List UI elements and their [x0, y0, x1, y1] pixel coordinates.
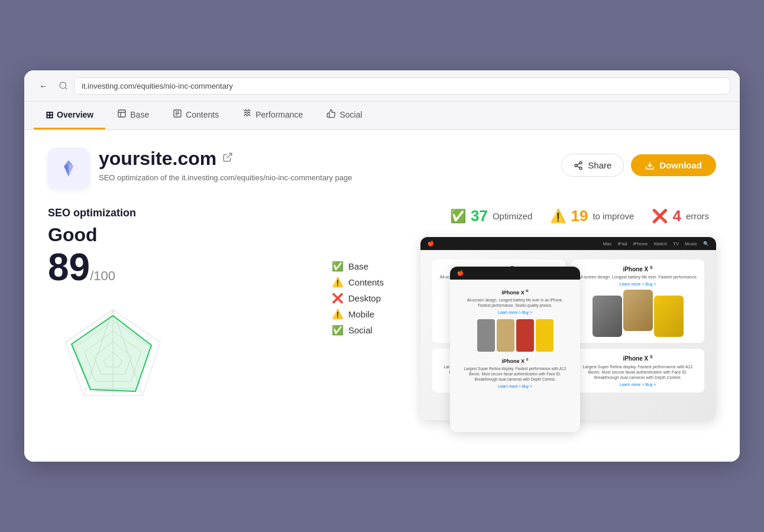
seo-status: Good	[48, 224, 426, 246]
mobile-phones-top	[462, 319, 568, 352]
legend-item-base: ✅ Base	[332, 261, 426, 272]
browser-frame: ← it.investing.com/equities/nio-inc-comm…	[24, 70, 740, 462]
tab-overview-label: Overview	[57, 110, 93, 119]
mobile-product2-title: iPhone X S	[462, 358, 568, 364]
seo-score-value: 89	[48, 246, 90, 288]
svg-line-13	[577, 166, 580, 168]
product4-title: iPhone X S	[577, 355, 698, 362]
improve-label: to improve	[593, 211, 634, 221]
errors-label: errors	[686, 211, 709, 221]
mobile-topbar-icon: 🍎	[457, 270, 464, 276]
svg-rect-2	[118, 110, 125, 117]
legend-item-desktop: ❌ Desktop	[332, 293, 426, 304]
share-button[interactable]: Share	[561, 154, 624, 177]
legend-label-social: Social	[348, 325, 373, 335]
site-logo-icon	[58, 158, 79, 179]
topbar-menu5: TV	[673, 241, 679, 246]
product-card-2: iPhone X S All-screen design. Longest ba…	[571, 259, 704, 343]
legend-icon-mobile: ⚠️	[332, 309, 344, 320]
product4-desc: Largest Super Retina display. Fastest pe…	[577, 364, 698, 380]
legend-label-mobile: Mobile	[348, 309, 374, 319]
stat-improve: ⚠️ 19 to improve	[550, 207, 634, 225]
base-icon	[117, 109, 127, 121]
seo-left: SEO optimization Good 89/100	[48, 207, 426, 438]
svg-point-12	[580, 167, 582, 169]
site-header: yoursite.com SEO optimization of the it.…	[48, 148, 716, 189]
topbar-menu6: Music	[685, 241, 697, 246]
svg-point-11	[575, 164, 577, 167]
browser-chrome: ← it.investing.com/equities/nio-inc-comm…	[24, 70, 740, 130]
radar-chart	[48, 298, 178, 416]
tab-performance-label: Performance	[255, 110, 303, 119]
optimized-count: 37	[471, 207, 488, 225]
preview-images: 🍎 Mac iPad iPhone Watch TV Music 🔍	[450, 237, 716, 438]
back-button[interactable]: ←	[34, 76, 53, 95]
svg-point-0	[60, 82, 66, 89]
seo-out-of: /100	[90, 268, 115, 283]
optimized-icon: ✅	[450, 209, 466, 224]
address-text: it.investing.com/equities/nio-inc-commen…	[82, 82, 233, 90]
tab-overview[interactable]: ⊞ Overview	[34, 102, 105, 129]
errors-icon: ❌	[652, 209, 668, 224]
legend-label-base: Base	[348, 261, 368, 271]
mobile-product-section: iPhone X R All-screen design. Longest ba…	[457, 284, 573, 393]
share-icon	[574, 161, 583, 170]
svg-line-9	[227, 153, 232, 158]
legend-icon-contents: ⚠️	[332, 277, 344, 288]
tab-social[interactable]: Social	[315, 102, 374, 129]
product-card-4: iPhone X S Largest Super Retina display.…	[571, 349, 704, 392]
tab-base[interactable]: Base	[105, 102, 161, 129]
svg-marker-26	[72, 316, 151, 391]
browser-toolbar: ← it.investing.com/equities/nio-inc-comm…	[24, 70, 740, 101]
tab-contents[interactable]: Contents	[161, 102, 231, 129]
mobile-product-desc: All-screen design. Longest battery life …	[462, 297, 568, 308]
svg-point-10	[580, 161, 582, 164]
product2-title: iPhone X S	[577, 265, 698, 273]
tab-contents-label: Contents	[186, 110, 219, 119]
topbar-menu3: iPhone	[633, 241, 648, 246]
external-link-icon[interactable]	[222, 152, 233, 166]
tab-performance[interactable]: Performance	[231, 102, 315, 129]
site-description: SEO optimization of the it.investing.com…	[99, 173, 352, 182]
performance-icon	[242, 109, 252, 121]
topbar-menu2: iPad	[618, 241, 627, 246]
contents-icon	[173, 109, 182, 121]
main-content: yoursite.com SEO optimization of the it.…	[24, 130, 740, 462]
topbar-apple: 🍎	[428, 241, 434, 246]
download-label: Download	[659, 160, 702, 170]
svg-line-14	[577, 163, 580, 165]
mobile-topbar: 🍎	[450, 267, 580, 280]
site-name-wrap: yoursite.com SEO optimization of the it.…	[99, 148, 352, 182]
mobile-product-title: iPhone X R	[462, 289, 568, 296]
legend-icon-desktop: ❌	[332, 293, 344, 304]
social-icon	[326, 109, 336, 121]
preview-card-mobile: 🍎 iPhone X R All-screen design. Longest …	[450, 267, 580, 432]
site-name: yoursite.com	[99, 148, 216, 170]
stats-row: ✅ 37 Optimized ⚠️ 19 to improve ❌ 4 erro…	[450, 207, 716, 225]
action-buttons: Share Download	[561, 154, 716, 177]
topbar-menu4: Watch	[654, 241, 667, 246]
stat-optimized: ✅ 37 Optimized	[450, 207, 532, 225]
tab-base-label: Base	[130, 110, 149, 119]
site-info: yoursite.com SEO optimization of the it.…	[48, 148, 352, 189]
product2-desc: All-screen design. Longest battery life …	[577, 274, 698, 280]
product2-links: Learn more > Buy >	[577, 282, 698, 286]
legend-icon-base: ✅	[332, 261, 344, 272]
site-logo-box	[48, 148, 89, 189]
mobile-product2-links: Learn more > Buy >	[462, 384, 568, 388]
legend-icon-social: ✅	[332, 325, 344, 336]
stat-errors: ❌ 4 errors	[652, 207, 709, 225]
seo-label: SEO optimization	[48, 207, 426, 219]
download-button[interactable]: Download	[631, 154, 716, 176]
seo-section: SEO optimization Good 89/100	[48, 207, 716, 438]
errors-count: 4	[672, 207, 681, 225]
desktop-topbar: 🍎 Mac iPad iPhone Watch TV Music 🔍	[420, 237, 716, 250]
site-title-row: yoursite.com	[99, 148, 352, 170]
tab-social-label: Social	[339, 110, 362, 119]
address-bar[interactable]: it.investing.com/equities/nio-inc-commen…	[74, 77, 730, 95]
legend-item-contents: ⚠️ Contents	[332, 277, 426, 288]
back-icon: ←	[39, 82, 47, 90]
improve-count: 19	[571, 207, 588, 225]
optimized-label: Optimized	[493, 211, 533, 221]
mobile-preview-content: 🍎 iPhone X R All-screen design. Longest …	[450, 267, 580, 432]
